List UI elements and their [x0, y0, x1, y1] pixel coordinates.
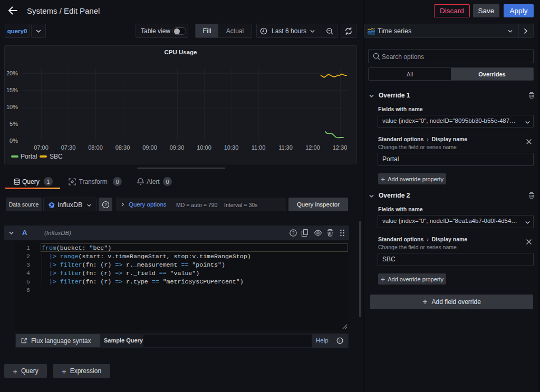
svg-text:?: ? — [104, 202, 107, 207]
svg-text:?: ? — [292, 230, 294, 236]
